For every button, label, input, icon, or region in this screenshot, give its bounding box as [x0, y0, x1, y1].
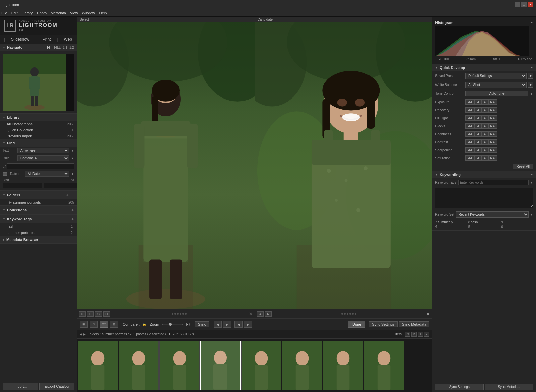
keyword-tags-add-icon[interactable]: +: [71, 216, 74, 222]
loupe-view-btn[interactable]: □: [90, 321, 98, 328]
exposure-dec[interactable]: ◀: [474, 99, 481, 105]
sync-button[interactable]: Sync: [195, 321, 209, 327]
breadcrumb-arrow[interactable]: ▼: [192, 332, 195, 336]
blacks-dec-large[interactable]: ◀◀: [465, 123, 474, 129]
right-sync-metadata-btn[interactable]: Sync Metadata: [485, 384, 534, 390]
menu-view[interactable]: View: [70, 11, 78, 15]
contrast-dec-large[interactable]: ◀◀: [465, 139, 474, 145]
contrast-dec[interactable]: ◀: [474, 139, 481, 145]
lock-icon[interactable]: 🔒: [142, 323, 146, 326]
prev-candidate-btn[interactable]: ◀: [234, 321, 243, 328]
zoom-fit[interactable]: FIT: [47, 46, 52, 49]
find-text-select[interactable]: Anywhere: [17, 148, 69, 153]
zoom-1-2[interactable]: 1:2: [69, 46, 74, 49]
sat-inc[interactable]: ▶: [481, 155, 488, 161]
close-button[interactable]: ✕: [528, 2, 533, 7]
bright-inc-large[interactable]: ▶▶: [488, 131, 497, 137]
filter-star-btn[interactable]: ★: [418, 332, 423, 337]
sync-metadata-btn[interactable]: Sync Metadata: [399, 321, 429, 327]
tone-expand-arrow[interactable]: ▼: [530, 92, 533, 96]
histogram-header[interactable]: Histogram ▼: [435, 19, 533, 26]
histogram-expand[interactable]: ▼: [530, 21, 533, 24]
recovery-inc[interactable]: ▶: [481, 107, 488, 113]
maximize-button[interactable]: □: [521, 2, 527, 7]
saved-preset-select[interactable]: Default Settings: [465, 73, 527, 79]
recovery-inc-large[interactable]: ▶▶: [488, 107, 497, 113]
collections-add-icon[interactable]: +: [71, 207, 74, 213]
contrast-inc[interactable]: ▶: [481, 139, 488, 145]
minimize-button[interactable]: —: [515, 2, 520, 7]
zoom-fill[interactable]: FILL: [54, 46, 61, 49]
nav-slideshow[interactable]: Slideshow: [9, 36, 31, 42]
export-button[interactable]: Export Catalog: [39, 383, 74, 390]
sat-inc-large[interactable]: ▶▶: [488, 155, 497, 161]
find-search-input[interactable]: [7, 163, 74, 169]
zoom-1-1[interactable]: 1:1: [63, 46, 67, 49]
sharp-dec-large[interactable]: ◀◀: [465, 147, 474, 153]
keywording-expand[interactable]: ▼: [530, 173, 533, 176]
sharp-inc-large[interactable]: ▶▶: [488, 147, 497, 153]
select-close-btn[interactable]: ✕: [249, 311, 253, 317]
library-header[interactable]: ▼ Library: [0, 114, 77, 121]
menu-edit[interactable]: Edit: [11, 11, 18, 15]
menu-file[interactable]: File: [1, 11, 7, 15]
bright-dec-large[interactable]: ◀◀: [465, 131, 474, 137]
keyword-tags-header[interactable]: ▼ Keyword Tags +: [0, 215, 77, 223]
find-end-input[interactable]: [44, 183, 77, 188]
find-date-select[interactable]: All Dates: [25, 171, 69, 177]
candidate-close-btn[interactable]: ✕: [426, 311, 430, 317]
exposure-dec-large[interactable]: ◀◀: [465, 99, 474, 105]
filter-flag-btn[interactable]: ⚑: [411, 332, 417, 337]
find-header[interactable]: ▼ Find: [0, 139, 77, 147]
quick-collection-item[interactable]: Quick Collection 0: [0, 127, 77, 133]
menu-photo[interactable]: Photo: [37, 11, 47, 15]
keyword-set-select[interactable]: Recent Keywords: [456, 211, 529, 218]
survey-view-btn[interactable]: ⊟: [110, 321, 118, 328]
filmstrip-item-7[interactable]: [323, 341, 363, 390]
kw-word-1[interactable]: summer p...: [438, 220, 456, 224]
candidate-prev-btn[interactable]: ◀: [257, 311, 264, 317]
wb-arrow[interactable]: ▼: [528, 82, 533, 88]
recovery-dec-large[interactable]: ◀◀: [465, 107, 474, 113]
reset-all-btn[interactable]: Reset All: [513, 164, 533, 169]
fill-inc[interactable]: ▶: [481, 115, 488, 121]
keywording-header[interactable]: ▼ Keywording ▼: [432, 171, 536, 178]
fill-dec-large[interactable]: ◀◀: [465, 115, 474, 121]
sat-dec[interactable]: ◀: [474, 155, 481, 161]
folders-add-icon[interactable]: +: [66, 192, 69, 198]
grid-view-btn[interactable]: ⊞: [80, 321, 88, 328]
keyword-tags-expand[interactable]: ▼: [530, 181, 533, 184]
menu-metadata[interactable]: Metadata: [51, 11, 66, 15]
menu-library[interactable]: Library: [22, 11, 33, 15]
folders-minus-icon[interactable]: −: [70, 192, 73, 198]
recovery-dec[interactable]: ◀: [474, 107, 481, 113]
keyword-flash[interactable]: flash 1: [0, 223, 77, 230]
filmstrip-item-3[interactable]: [159, 341, 200, 390]
breadcrumb-back[interactable]: ◀: [80, 332, 82, 336]
exposure-inc[interactable]: ▶: [481, 99, 488, 105]
menu-window[interactable]: Window: [82, 11, 95, 15]
collections-header[interactable]: ▼ Collections +: [0, 206, 77, 214]
keyword-textarea[interactable]: [435, 188, 533, 208]
keyword-summer-portraits[interactable]: summer portraits 2: [0, 230, 77, 236]
find-rule-select[interactable]: Contains All: [17, 155, 69, 161]
sat-dec-large[interactable]: ◀◀: [465, 155, 474, 161]
contrast-inc-large[interactable]: ▶▶: [488, 139, 497, 145]
filter-color-btn[interactable]: ●: [424, 332, 429, 337]
nav-print[interactable]: Print: [41, 36, 53, 42]
qd-expand[interactable]: ▼: [530, 66, 533, 69]
import-button[interactable]: Import...: [3, 383, 38, 390]
sync-settings-btn[interactable]: Sync Settings: [369, 321, 397, 327]
filmstrip-item-6[interactable]: [282, 341, 322, 390]
next-candidate-btn[interactable]: ▶: [244, 321, 252, 328]
select-compare-btn[interactable]: XY: [95, 311, 102, 317]
candidate-next-btn[interactable]: ▶: [265, 311, 272, 317]
kw-word-2[interactable]: flash: [471, 220, 478, 224]
navigator-header[interactable]: ▼ Navigator FIT FILL 1:1 1:2: [0, 44, 77, 51]
breadcrumb-forward[interactable]: ▶: [83, 332, 86, 336]
folder-summer-portraits[interactable]: ▶ summer portraits 205: [0, 199, 77, 205]
blacks-dec[interactable]: ◀: [474, 123, 481, 129]
filter-all-btn[interactable]: ⊞: [405, 332, 410, 337]
kw-set-arrow[interactable]: ▼: [530, 213, 533, 216]
saved-preset-arrow[interactable]: ▼: [528, 73, 533, 79]
